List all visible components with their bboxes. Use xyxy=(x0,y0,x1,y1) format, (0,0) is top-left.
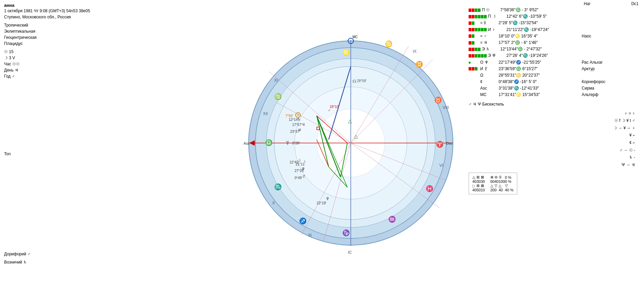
svg-text:21°11′: 21°11′ xyxy=(296,162,305,166)
mini-aspect-3: ☽ → ¥ ↔ ♀ xyxy=(469,125,635,132)
svg-text:IC: IC xyxy=(348,250,352,254)
svg-text:III: III xyxy=(308,233,312,238)
bottom-row-4: 405010 2004040 % xyxy=(472,188,514,192)
mini-aspects: ♀ = ♀ ☉ f ☽ ¥ t ♂ ☽ → ¥ ↔ ♀ ¥ ⌐ ¢ ⌐ ♂ → … xyxy=(469,110,639,169)
natal-chart: ♌ ♋ ♊ ♉ ♈ ♓ ♒ ♑ ♐ ♏ ♎ ♍ xyxy=(242,10,460,289)
svg-text:II: II xyxy=(272,201,275,205)
person-name: анна xyxy=(4,3,234,8)
bottom-row-3: □⊞⊠ △▽△▽ xyxy=(472,184,514,188)
bottom-row-1: △⊞⊠ ⊕⊖①0 % xyxy=(472,175,514,179)
planet-row-asc: Asc 3°31′38″♏ -12°41′33″ Сирма xyxy=(469,85,639,92)
extra-year: Год ♂ xyxy=(4,73,234,79)
svg-text:MC: MC xyxy=(352,35,358,39)
svg-text:27°26′: 27°26′ xyxy=(295,169,304,173)
svg-text:IX: IX xyxy=(413,49,417,54)
planet-row-uranus: Э ♅ 27°26′ 4″♏ -19°24′26″ xyxy=(469,52,639,59)
svg-text:Asc: Asc xyxy=(244,141,250,145)
svg-text:23°37′: 23°37′ xyxy=(290,130,300,133)
svg-text:♈: ♈ xyxy=(436,141,444,148)
svg-text:28°58′: 28°58′ xyxy=(357,79,366,83)
planet-row-node: Ω 28°55′31″♋ 20°22′37″ xyxy=(469,72,639,79)
svg-text:2°28′: 2°28′ xyxy=(292,141,300,145)
svg-text:VI: VI xyxy=(439,163,443,168)
svg-text:♒: ♒ xyxy=(388,216,396,223)
system-line2: Эклиптикальная xyxy=(4,28,234,34)
mini-aspect-1: ♀ = ♀ xyxy=(469,110,635,117)
system-line4: Плацидус xyxy=(4,41,234,47)
planet-row-mars: = ♂ 18°10′ 0″♌ 16°35′ 4″ Наос xyxy=(469,33,639,39)
svg-text:△: △ xyxy=(348,118,352,124)
extra-day: День ♃ xyxy=(4,67,234,73)
table-header: Har Dc1 xyxy=(469,1,639,6)
bottom-stats: △⊞⊠ ⊕⊖①0 % 403030 60401000 % □⊞⊠ △▽△▽ 40… xyxy=(469,173,517,194)
extra-moon: ☽ 3 V xyxy=(4,55,234,61)
planet-row-moon: П ☽ 12°42′ 6″♏ -10°59′ 5″ xyxy=(469,13,639,20)
planet-row-chiron: ¢ 0°48′38″♐ -16° 5′ 0″ Корнефорос xyxy=(469,79,639,85)
svg-text:12°14′: 12°14′ xyxy=(289,118,298,122)
svg-text:♀: ♀ xyxy=(321,127,324,131)
extra-hour: Час ☉☉ xyxy=(4,61,234,67)
footer-dorif: Дорифорий ♂ xyxy=(4,252,234,256)
ton-label: Ton xyxy=(4,152,234,156)
planet-table: П ☉ 7°58′36″♎ - 3° 9′52″ П ☽ 12°42′ 6″♏ … xyxy=(469,7,639,98)
mini-aspect-2: ☉ f ☽ ¥ t ♂ xyxy=(469,117,635,125)
bottom-row-2: 403030 60401000 % xyxy=(472,179,514,184)
svg-text:♍: ♍ xyxy=(274,93,282,100)
planet-row-pluto: И ♇ 23°36′59″♎ 6°15′27″ Арктур xyxy=(469,66,639,72)
svg-text:7°59′: 7°59′ xyxy=(285,114,293,118)
svg-text:♉: ♉ xyxy=(434,96,442,104)
svg-text:0°49′: 0°49′ xyxy=(295,176,302,180)
svg-text:XI: XI xyxy=(274,78,278,83)
system-line1: Тропический xyxy=(4,22,234,28)
system-line3: Геоцентрическая xyxy=(4,34,234,41)
svg-text:17°57′: 17°57′ xyxy=(292,123,302,127)
bisexter: ♂ ♃ Ψ Бисекстиль xyxy=(469,102,639,107)
person-date: 1 октября 1981 Чт 9:08 (GMT+3) 54n53 38e… xyxy=(4,8,234,14)
svg-text:XII: XII xyxy=(263,111,268,116)
planet-row-saturn: Э ♄ 12°13′44″♎ - 2°47′32″ xyxy=(469,46,639,52)
person-location: Ступино, Московского обл., Россия xyxy=(4,14,234,20)
svg-text:♏: ♏ xyxy=(274,183,282,191)
planet-row-sun: П ☉ 7°58′36″♎ - 3° 9′52″ xyxy=(469,7,639,13)
planet-row-mercury: = ☿ 2°28′ 5″♏ -15°32′54″ xyxy=(469,20,639,26)
svg-text:♆: ♆ xyxy=(326,196,330,201)
svg-text:♊: ♊ xyxy=(415,61,423,68)
svg-text:♎: ♎ xyxy=(265,139,273,146)
mini-aspect-8: Ψ → ♃ xyxy=(469,161,635,169)
mini-aspect-7: ♄ - xyxy=(469,154,635,161)
planet-row-venus: И ♀ 21°11′22″♏ -19°47′24″ xyxy=(469,27,639,33)
svg-text:18°10′: 18°10′ xyxy=(330,105,339,109)
mini-aspect-5: ¢ ⌐ xyxy=(469,139,635,147)
svg-text:Dsc: Dsc xyxy=(446,141,453,145)
svg-text:☊: ☊ xyxy=(352,79,356,84)
extra-sun: ☉ 15 xyxy=(4,49,234,55)
planet-row-mc: MC 17°31′41″♌ 15°34′53″ Альтерф xyxy=(469,92,639,98)
svg-text:♌: ♌ xyxy=(342,49,350,56)
svg-text:♋: ♋ xyxy=(385,40,393,48)
svg-text:♇: ♇ xyxy=(302,174,306,178)
svg-text:♑: ♑ xyxy=(342,229,350,237)
svg-text:♃: ♃ xyxy=(301,122,305,127)
svg-text:♓: ♓ xyxy=(426,185,434,192)
svg-text:VIII: VIII xyxy=(443,105,449,110)
footer-voznich: Возничий ♄ xyxy=(4,260,234,265)
svg-text:♐: ♐ xyxy=(299,217,307,225)
svg-text:☿: ☿ xyxy=(286,140,289,145)
svg-text:22°18′: 22°18′ xyxy=(317,201,326,205)
svg-text:△: △ xyxy=(354,133,358,139)
svg-text:♂: ♂ xyxy=(328,108,331,113)
planet-row-neptune: О ♆ 22°17′49″♐ -21°55′25″ Рас Альхаг xyxy=(469,59,639,66)
planet-row-jupiter: = ♃ 17°57′ 2″♎ - 6° 1′46″ xyxy=(469,39,639,46)
mini-aspect-4: ¥ ⌐ xyxy=(469,132,635,139)
svg-point-39 xyxy=(297,114,299,116)
mini-aspect-6: ♂ → ☉ - xyxy=(469,147,635,154)
